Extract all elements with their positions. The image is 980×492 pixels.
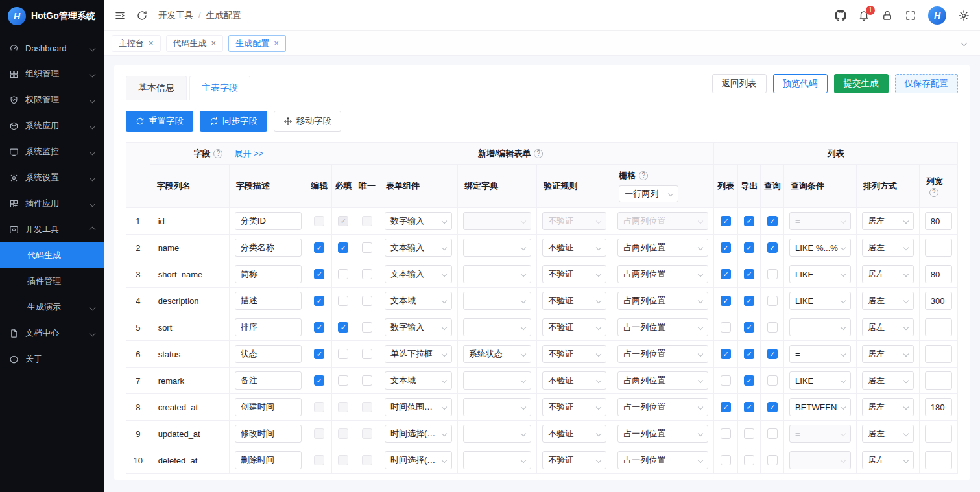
- list-checkbox[interactable]: [721, 375, 731, 386]
- move-fields-button[interactable]: 移动字段: [274, 111, 341, 132]
- list-checkbox[interactable]: [721, 402, 731, 412]
- field-desc-input[interactable]: [235, 318, 302, 336]
- grid-select[interactable]: 占两列位置: [617, 371, 708, 390]
- align-select[interactable]: 居左: [862, 265, 914, 283]
- form-component-select[interactable]: 时间选择(Y-...: [385, 451, 452, 469]
- required-checkbox[interactable]: [338, 296, 348, 306]
- refresh-icon[interactable]: [136, 10, 148, 21]
- form-component-select[interactable]: 时间选择(Y-...: [385, 425, 452, 443]
- validation-select[interactable]: 不验证: [542, 398, 606, 416]
- field-desc-input[interactable]: [235, 212, 302, 230]
- sidebar-subitem[interactable]: 代码生成: [0, 242, 104, 268]
- unique-checkbox[interactable]: [362, 269, 372, 279]
- submit-generate-button[interactable]: 提交生成: [834, 74, 889, 93]
- form-component-select[interactable]: 文本输入: [385, 239, 452, 257]
- form-component-select[interactable]: 单选下拉框: [385, 345, 452, 363]
- export-checkbox[interactable]: [744, 216, 754, 226]
- query-checkbox[interactable]: [767, 322, 778, 333]
- query-condition-select[interactable]: LIKE: [789, 265, 851, 283]
- app-logo[interactable]: H HotGo管理系统: [0, 0, 104, 32]
- field-desc-input[interactable]: [235, 371, 302, 390]
- align-select[interactable]: 居左: [862, 239, 914, 257]
- export-checkbox[interactable]: [744, 349, 754, 359]
- required-checkbox[interactable]: [338, 349, 348, 359]
- required-checkbox[interactable]: [338, 375, 348, 386]
- column-width-input[interactable]: [925, 345, 952, 363]
- form-component-select[interactable]: 文本域: [385, 292, 452, 310]
- edit-checkbox[interactable]: [314, 322, 324, 333]
- query-condition-select[interactable]: =: [789, 425, 851, 443]
- dict-select[interactable]: [463, 371, 531, 390]
- required-checkbox[interactable]: [338, 402, 348, 412]
- sidebar-item[interactable]: Dashboard: [0, 35, 104, 61]
- query-condition-select[interactable]: =: [789, 318, 851, 336]
- field-desc-input[interactable]: [235, 345, 302, 363]
- export-checkbox[interactable]: [744, 375, 754, 386]
- help-icon[interactable]: ?: [213, 149, 222, 158]
- align-select[interactable]: 居左: [862, 398, 914, 416]
- sidebar-item[interactable]: 插件应用: [0, 191, 104, 217]
- dict-select[interactable]: [463, 239, 531, 257]
- field-desc-input[interactable]: [235, 451, 302, 469]
- column-width-input[interactable]: [925, 398, 952, 416]
- edit-checkbox[interactable]: [314, 402, 324, 412]
- query-condition-select[interactable]: LIKE: [789, 292, 851, 310]
- grid-select[interactable]: 占两列位置: [617, 265, 708, 283]
- lock-icon[interactable]: [881, 10, 893, 21]
- sidebar-item[interactable]: 权限管理: [0, 87, 104, 113]
- column-width-input[interactable]: [925, 239, 952, 257]
- tab-main-table-fields[interactable]: 主表字段: [189, 76, 250, 100]
- unique-checkbox[interactable]: [362, 296, 372, 306]
- unique-checkbox[interactable]: [362, 455, 372, 465]
- edit-checkbox[interactable]: [314, 455, 324, 465]
- unique-checkbox[interactable]: [362, 375, 372, 386]
- expand-link[interactable]: 展开 >>: [234, 148, 263, 158]
- tabs-dropdown-button[interactable]: [955, 35, 972, 52]
- user-avatar[interactable]: H: [928, 6, 946, 25]
- grid-select[interactable]: 占一列位置: [617, 345, 708, 363]
- sidebar-item[interactable]: 开发工具: [0, 217, 104, 242]
- back-to-list-button[interactable]: 返回列表: [712, 74, 767, 93]
- grid-select[interactable]: 占两列位置: [617, 292, 708, 310]
- github-icon[interactable]: [835, 10, 846, 21]
- sidebar-item[interactable]: 系统设置: [0, 165, 104, 191]
- grid-layout-select[interactable]: 一行两列: [619, 185, 678, 202]
- edit-checkbox[interactable]: [314, 349, 324, 359]
- tab-basic-info[interactable]: 基本信息: [126, 76, 187, 100]
- export-checkbox[interactable]: [744, 402, 754, 412]
- list-checkbox[interactable]: [721, 296, 731, 306]
- list-checkbox[interactable]: [721, 269, 731, 279]
- breadcrumb-item[interactable]: 开发工具: [158, 10, 193, 21]
- sidebar-item[interactable]: 组织管理: [0, 61, 104, 87]
- validation-select[interactable]: 不验证: [542, 425, 606, 443]
- column-width-input[interactable]: [925, 292, 952, 310]
- help-icon[interactable]: ?: [534, 149, 543, 158]
- validation-select[interactable]: 不验证: [542, 318, 606, 336]
- required-checkbox[interactable]: [338, 242, 348, 253]
- column-width-input[interactable]: [925, 318, 952, 336]
- query-checkbox[interactable]: [767, 242, 778, 253]
- field-desc-input[interactable]: [235, 292, 302, 310]
- field-desc-input[interactable]: [235, 265, 302, 283]
- edit-checkbox[interactable]: [314, 216, 324, 226]
- dict-select[interactable]: [463, 451, 531, 469]
- export-checkbox[interactable]: [744, 296, 754, 306]
- edit-checkbox[interactable]: [314, 375, 324, 386]
- dict-select[interactable]: [463, 212, 531, 230]
- export-checkbox[interactable]: [744, 242, 754, 253]
- column-width-input[interactable]: [925, 265, 952, 283]
- sidebar-subitem[interactable]: 插件管理: [0, 268, 104, 294]
- query-checkbox[interactable]: [767, 216, 778, 226]
- validation-select[interactable]: 不验证: [542, 265, 606, 283]
- form-component-select[interactable]: 文本域: [385, 371, 452, 390]
- list-checkbox[interactable]: [721, 455, 731, 465]
- fullscreen-icon[interactable]: [905, 10, 916, 21]
- session-tab[interactable]: 生成配置×: [228, 35, 286, 52]
- list-checkbox[interactable]: [721, 349, 731, 359]
- align-select[interactable]: 居左: [862, 425, 914, 443]
- align-select[interactable]: 居左: [862, 212, 914, 230]
- export-checkbox[interactable]: [744, 455, 754, 465]
- help-icon[interactable]: ?: [929, 188, 938, 197]
- sidebar-subitem[interactable]: 生成演示: [0, 294, 104, 320]
- field-desc-input[interactable]: [235, 239, 302, 257]
